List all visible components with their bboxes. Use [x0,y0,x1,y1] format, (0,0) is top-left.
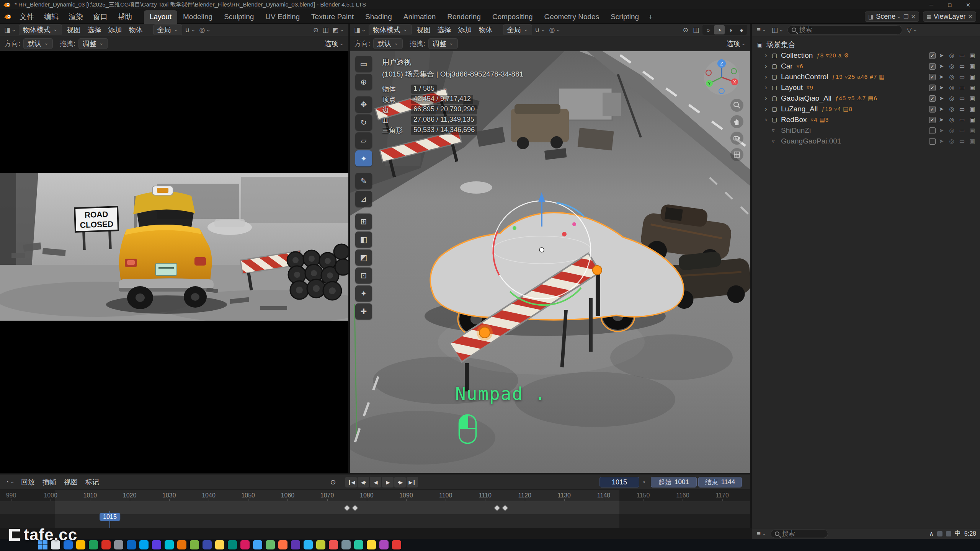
properties-search[interactable] [771,530,828,538]
shading-mode-icon[interactable]: ◔ [714,25,725,34]
visibility-eye-icon[interactable]: ◎ [947,73,956,80]
expand-icon[interactable]: › [765,116,772,124]
expand-icon[interactable]: › [765,73,772,81]
taskbar-app-icon[interactable] [367,540,376,549]
ime-indicator[interactable]: 中 [955,530,961,538]
direction-dropdown[interactable]: 默认 [23,38,53,49]
taskbar-app-icon[interactable] [316,540,325,549]
selectable-icon[interactable]: ➤ [937,127,946,134]
editor-type-icon[interactable]: ◔ [4,478,16,486]
taskbar-app-icon[interactable] [354,540,363,549]
taskbar-app-icon[interactable] [152,540,161,549]
unlink-scene-icon[interactable]: ✕ [911,13,916,20]
taskbar-app-icon[interactable] [139,540,149,549]
editor-type-icon[interactable]: ◨ [3,26,17,34]
taskbar-app-icon[interactable] [392,540,401,549]
viewport-menu[interactable]: 物体 [475,24,496,35]
bevel-tool[interactable]: ⊡ [355,267,372,284]
viewport-menu[interactable]: 视图 [64,24,84,35]
taskbar-app-icon[interactable] [165,540,174,549]
knife-tool[interactable]: ✦ [355,285,372,302]
play-button[interactable]: ▶ [382,477,394,487]
drag-dropdown[interactable]: 调整 [78,38,108,49]
exclude-checkbox[interactable]: ✓ [929,117,936,123]
visibility-eye-icon[interactable]: ◎ [947,84,956,91]
xray-toggle-icon[interactable]: ◩ [331,26,345,34]
tray-chevron-icon[interactable]: ∧ [929,530,934,537]
taskbar-app-icon[interactable] [266,540,275,549]
menubar-item[interactable]: 文件 [15,10,39,23]
taskbar-app-icon[interactable] [101,540,111,549]
next-keyframe-button[interactable]: •▶ [394,477,406,487]
outliner-row-collection[interactable]: ›▢Collectionƒ8 ▿20 a ⚙✓➤◎▭▣ [752,50,980,61]
viewport-disable-icon[interactable]: ▭ [957,84,967,91]
taskbar-app-icon[interactable] [341,540,351,549]
expand-icon[interactable]: › [765,105,772,113]
display-mode-icon[interactable]: ◫ [771,26,785,34]
ortho-grid-icon[interactable] [730,148,743,161]
pan-hand-icon[interactable] [730,115,743,128]
snap-magnet-icon[interactable]: ∪ [534,26,546,34]
add-cube-tool[interactable]: ⊞ [355,214,372,230]
cursor-tool[interactable]: ⊕ [355,74,372,90]
workspace-tab-sculpting[interactable]: Sculpting [218,10,260,24]
workspace-tab-modeling[interactable]: Modeling [177,10,218,24]
minimize-button[interactable]: ─ [923,0,940,10]
jump-to-end-button[interactable]: ▶❙ [407,477,418,487]
scale-tool[interactable]: ▱ [355,132,372,148]
zoom-icon[interactable] [730,99,743,112]
expand-icon[interactable]: › [765,52,772,59]
taskbar-app-icon[interactable] [76,540,85,549]
maximize-button[interactable]: □ [941,0,959,10]
viewport-disable-icon[interactable]: ▭ [957,106,967,112]
proportional-edit-icon[interactable]: ◎ [198,26,212,34]
outliner-row-luzang-all[interactable]: ›▢LuZang_Allƒ19 ▿4 ▤8✓➤◎▭▣ [752,104,980,114]
inset-tool[interactable]: ◩ [355,249,372,266]
expand-icon[interactable]: › [765,95,772,102]
shading-mode-icon[interactable]: ◑ [725,25,736,34]
workspace-tab-compositing[interactable]: Compositing [487,10,539,24]
render-disable-icon[interactable]: ▣ [968,84,977,91]
viewport-disable-icon[interactable]: ▭ [957,63,967,70]
extrude-tool[interactable]: ◧ [355,231,372,248]
exclude-checkbox[interactable]: ✓ [929,95,936,102]
3d-viewport-canvas[interactable]: 911 [350,51,750,473]
play-reverse-button[interactable]: ◀ [370,477,381,487]
snap-magnet-icon[interactable]: ∪ [184,26,196,34]
taskbar-app-icon[interactable] [190,540,199,549]
selectable-icon[interactable]: ➤ [937,95,946,102]
viewport-disable-icon[interactable]: ▭ [957,138,967,145]
add-workspace-button[interactable]: + [645,11,657,24]
frame-end-field[interactable]: 结束1144 [698,477,742,487]
visibility-eye-icon[interactable]: ◎ [947,127,956,134]
visibility-eye-icon[interactable]: ◎ [947,52,956,59]
scene-selector[interactable]: ◨ Scene ❐ ✕ [865,11,919,22]
auto-keyframe-toggle[interactable]: ⊙ [328,477,338,487]
exclude-checkbox[interactable]: ✓ [929,63,936,70]
options-dropdown[interactable]: 选项 [324,39,344,48]
prev-keyframe-button[interactable]: ◀• [358,477,369,487]
render-disable-icon[interactable]: ▣ [968,52,977,59]
timeline-menu[interactable]: 插帧 [39,476,60,488]
viewport-disable-icon[interactable]: ▭ [957,52,967,59]
measure-tool[interactable]: ⊿ [355,191,372,207]
viewport-disable-icon[interactable]: ▭ [957,116,967,123]
outliner-search[interactable] [787,25,902,35]
render-disable-icon[interactable]: ▣ [968,106,977,112]
outliner-row-launchcontrol[interactable]: ›▢LaunchControlƒ19 ▿25 a46 #7 ▦✓➤◎▭▣ [752,72,980,82]
camera-view-icon[interactable] [730,132,743,145]
outliner-row-redbox[interactable]: ›▢RedBox▿4 ▤3✓➤◎▭▣ [752,114,980,125]
viewport-disable-icon[interactable]: ▭ [957,127,967,134]
blender-menu-icon[interactable] [4,14,11,20]
jump-to-start-button[interactable]: ❙◀ [345,477,357,487]
editor-type-icon[interactable]: ◨ [353,26,367,34]
transform-tool[interactable]: ⌖ [355,150,372,166]
drag-dropdown[interactable]: 调整 [428,38,458,49]
interaction-tool[interactable]: ✚ [355,303,372,320]
viewport-disable-icon[interactable]: ▭ [957,73,967,80]
exclude-checkbox[interactable]: ✓ [929,106,936,112]
new-scene-icon[interactable]: ❐ [903,13,908,20]
taskbar-app-icon[interactable] [304,540,313,549]
outliner-row-shidunzi[interactable]: ▿ShiDunZi➤◎▭▣ [752,125,980,136]
exclude-checkbox[interactable]: ✓ [929,85,936,91]
